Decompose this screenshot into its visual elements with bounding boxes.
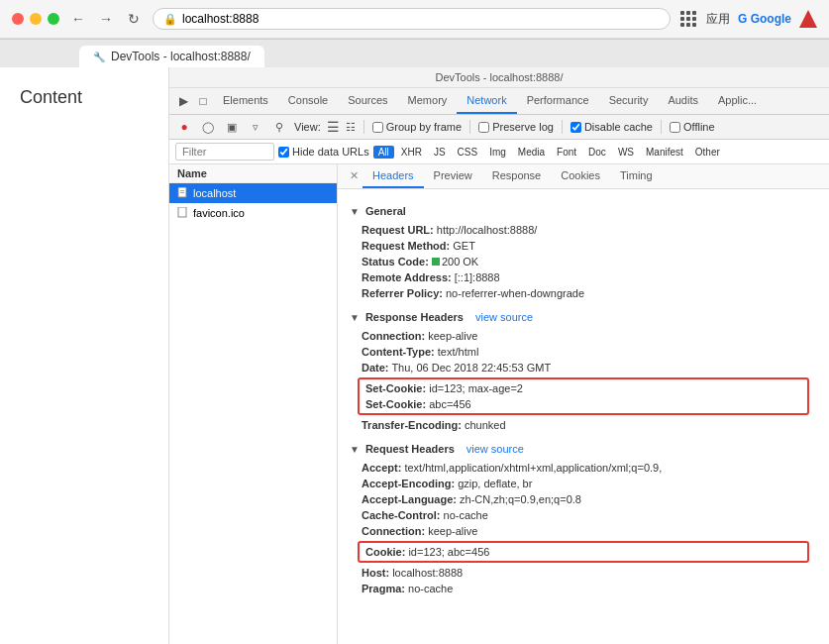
devtools-panel: DevTools - localhost:8888/ ▶ □ Elements … [168, 67, 829, 644]
tab-network[interactable]: Network [457, 88, 516, 114]
reload-button[interactable]: ↻ [123, 8, 145, 30]
maximize-dot[interactable] [48, 13, 59, 25]
resp-set-cookie-1-name: Set-Cookie: [365, 382, 426, 394]
request-method-name: Request Method: [362, 240, 450, 252]
preserve-log-group: Preserve log [478, 121, 554, 133]
devtools-title: DevTools - localhost:8888/ [435, 71, 563, 83]
response-headers-section-header[interactable]: ▼ Response Headers view source [350, 311, 817, 323]
tab-elements[interactable]: Elements [213, 88, 278, 114]
req-accept-encoding-row: Accept-Encoding: gzip, deflate, br [350, 476, 817, 491]
hide-data-urls-group: Hide data URLs [278, 146, 369, 158]
request-headers-section-title: Request Headers [365, 443, 455, 455]
minimize-dot[interactable] [30, 13, 42, 25]
back-button[interactable]: ← [67, 8, 89, 30]
browser-toolbar: ← → ↻ 🔒 localhost:8888 应用 G Google [0, 0, 829, 39]
view-large-button[interactable]: ☷ [346, 121, 356, 134]
detail-close-button[interactable]: ✕ [346, 164, 363, 188]
detail-panel: ✕ Headers Preview Response Cookies Timin… [338, 164, 829, 644]
apps-button[interactable] [678, 9, 698, 29]
hide-data-urls-checkbox[interactable] [278, 147, 289, 158]
resp-connection-row: Connection: keep-alive [350, 328, 817, 344]
filter-font[interactable]: Font [552, 146, 581, 159]
devtools-inspect-icon[interactable]: □ [193, 91, 213, 111]
tab-sources[interactable]: Sources [338, 88, 397, 114]
req-host-row: Host: localhost:8888 [350, 565, 817, 581]
general-section-header[interactable]: ▼ General [350, 205, 817, 217]
detail-tab-cookies[interactable]: Cookies [551, 164, 610, 188]
resp-content-type-value: text/html [438, 346, 479, 358]
req-accept-language-name: Accept-Language: [362, 493, 457, 505]
record-button[interactable]: ● [175, 118, 193, 136]
remote-address-name: Remote Address: [362, 271, 452, 283]
filter-icon-button[interactable]: ▿ [247, 118, 264, 136]
address-bar[interactable]: 🔒 localhost:8888 [153, 8, 671, 30]
req-pragma-name: Pragma: [362, 583, 405, 594]
view-list-button[interactable]: ☰ [327, 119, 340, 135]
req-connection-row: Connection: keep-alive [350, 523, 817, 539]
req-connection-name: Connection: [362, 525, 425, 537]
detail-tab-preview[interactable]: Preview [424, 164, 482, 188]
detail-tab-response[interactable]: Response [482, 164, 552, 188]
file-item-localhost[interactable]: localhost [169, 183, 337, 203]
detail-tab-timing[interactable]: Timing [610, 164, 663, 188]
filter-manifest[interactable]: Manifest [641, 146, 688, 159]
detail-tab-headers[interactable]: Headers [363, 164, 424, 188]
resp-transfer-encoding-row: Transfer-Encoding: chunked [350, 417, 817, 433]
request-url-value: http://localhost:8888/ [437, 224, 538, 236]
req-pragma-row: Pragma: no-cache [350, 581, 817, 596]
tab-security[interactable]: Security [599, 88, 659, 114]
tab-console[interactable]: Console [278, 88, 338, 114]
request-headers-section-header[interactable]: ▼ Request Headers view source [350, 443, 817, 455]
filter-other[interactable]: Other [690, 146, 725, 159]
address-text: localhost:8888 [182, 12, 259, 26]
filter-js[interactable]: JS [429, 146, 451, 159]
req-accept-language-value: zh-CN,zh;q=0.9,en;q=0.8 [460, 493, 581, 505]
request-headers-view-source[interactable]: view source [466, 443, 524, 455]
devtools-tabs: ▶ □ Elements Console Sources Memory Netw… [169, 88, 829, 115]
search-button[interactable]: ⚲ [270, 118, 288, 136]
req-accept-name: Accept: [362, 462, 401, 474]
offline-checkbox[interactable] [670, 122, 680, 133]
vue-icon [799, 10, 817, 28]
resp-content-type-name: Content-Type: [362, 346, 435, 358]
network-main: Name localhost favicon [169, 164, 829, 644]
close-dot[interactable] [12, 13, 24, 25]
tab-audits[interactable]: Audits [658, 88, 708, 114]
req-accept-encoding-name: Accept-Encoding: [362, 478, 455, 489]
resp-date-name: Date: [362, 362, 389, 374]
devtools-cursor-icon[interactable]: ▶ [173, 91, 193, 111]
nav-buttons: ← → ↻ [67, 8, 145, 30]
group-by-frame-checkbox[interactable] [372, 122, 383, 133]
filter-input[interactable] [175, 143, 274, 161]
filter-all[interactable]: All [373, 146, 394, 159]
request-method-value: GET [453, 240, 475, 252]
req-connection-value: keep-alive [428, 525, 477, 537]
filter-doc[interactable]: Doc [583, 146, 611, 159]
filter-xhr[interactable]: XHR [396, 146, 427, 159]
offline-group: Offline [670, 121, 715, 133]
google-label[interactable]: G Google [738, 12, 791, 26]
resp-connection-value: keep-alive [428, 330, 477, 342]
svg-rect-1 [180, 190, 184, 191]
svg-rect-2 [180, 192, 184, 193]
filter-ws[interactable]: WS [613, 146, 639, 159]
file-name-favicon: favicon.ico [193, 207, 245, 219]
response-headers-view-source[interactable]: view source [475, 311, 533, 323]
browser-tab-devtools[interactable]: 🔧 DevTools - localhost:8888/ [79, 46, 264, 67]
req-accept-row: Accept: text/html,application/xhtml+xml,… [350, 460, 817, 476]
tab-memory[interactable]: Memory [398, 88, 458, 114]
filter-img[interactable]: Img [484, 146, 511, 159]
filter-css[interactable]: CSS [453, 146, 483, 159]
status-code-value: 200 OK [432, 256, 478, 268]
filter-media[interactable]: Media [513, 146, 550, 159]
window-controls [12, 13, 59, 25]
disable-cache-checkbox[interactable] [570, 122, 581, 133]
resp-set-cookie-1-row: Set-Cookie: id=123; max-age=2 [363, 380, 803, 396]
tab-performance[interactable]: Performance [517, 88, 599, 114]
file-item-favicon[interactable]: favicon.ico [169, 203, 337, 223]
screenshot-button[interactable]: ▣ [223, 118, 241, 136]
preserve-log-checkbox[interactable] [478, 122, 489, 133]
forward-button[interactable]: → [95, 8, 117, 30]
tab-application[interactable]: Applic... [708, 88, 767, 114]
clear-button[interactable]: ◯ [199, 118, 217, 136]
